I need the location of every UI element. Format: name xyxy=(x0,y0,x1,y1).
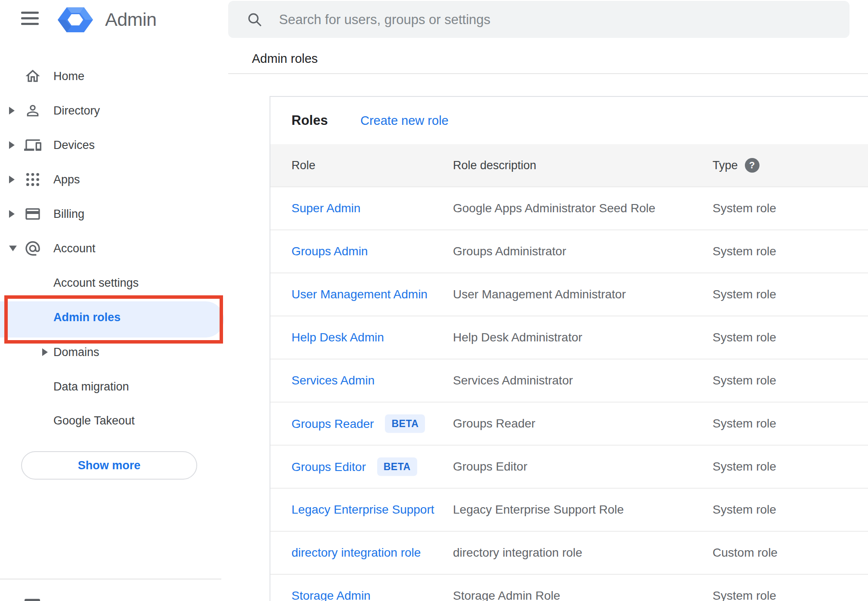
role-link[interactable]: Groups Admin xyxy=(291,245,368,258)
sidebar-item-label: Account xyxy=(53,242,96,255)
sidebar-item-domains[interactable]: Domains xyxy=(0,338,221,366)
sidebar-item-label: Directory xyxy=(53,104,100,118)
create-new-role-link[interactable]: Create new role xyxy=(360,114,449,128)
table-row: Groups Reader BETA Groups Reader System … xyxy=(270,402,868,445)
role-type: System role xyxy=(713,201,776,215)
role-type: System role xyxy=(713,288,776,301)
table-row: directory integration role directory int… xyxy=(270,531,868,574)
role-type: System role xyxy=(713,331,776,344)
search-icon xyxy=(246,11,263,29)
role-link[interactable]: directory integration role xyxy=(291,546,421,560)
sidebar-item-google-takeout[interactable]: Google Takeout xyxy=(0,407,221,434)
help-icon[interactable]: ? xyxy=(745,158,760,173)
role-description: Groups Reader xyxy=(453,417,535,431)
chevron-right-icon[interactable] xyxy=(9,141,15,149)
table-row: Legacy Enterprise Support Legacy Enterpr… xyxy=(270,488,868,531)
chevron-right-icon[interactable] xyxy=(9,107,15,115)
cutoff-bottom-icon xyxy=(25,599,40,601)
show-more-label: Show more xyxy=(78,459,141,472)
column-header-role: Role xyxy=(291,159,316,172)
sidebar-item-label: Data migration xyxy=(53,380,129,393)
role-description: Legacy Enterprise Support Role xyxy=(453,503,624,517)
role-type: System role xyxy=(713,245,776,258)
table-row: Services Admin Services Administrator Sy… xyxy=(270,359,868,402)
column-header-description: Role description xyxy=(453,159,536,172)
table-row: Super Admin Google Apps Administrator Se… xyxy=(270,186,868,229)
sidebar-item-data-migration[interactable]: Data migration xyxy=(0,373,221,400)
table-row: Help Desk Admin Help Desk Administrator … xyxy=(270,316,868,359)
credit-card-icon xyxy=(24,205,41,223)
sidebar-item-label: Account settings xyxy=(53,276,139,290)
sidebar-item-billing[interactable]: Billing xyxy=(0,200,221,228)
beta-badge: BETA xyxy=(377,458,417,476)
card-title-row: Roles Create new role xyxy=(270,97,868,144)
table-row: Storage Admin Storage Admin Role System … xyxy=(270,574,868,601)
search-bar[interactable] xyxy=(228,1,849,38)
role-type: System role xyxy=(713,460,776,474)
role-link[interactable]: Services Admin xyxy=(291,374,375,387)
role-description: User Management Administrator xyxy=(453,288,626,301)
role-link[interactable]: Groups Reader xyxy=(291,417,374,431)
sidebar-item-home[interactable]: Home xyxy=(0,62,221,90)
apps-grid-icon xyxy=(24,171,41,188)
chevron-right-icon[interactable] xyxy=(42,348,48,356)
beta-badge: BETA xyxy=(385,415,425,433)
column-header-type: Type ? xyxy=(713,158,760,173)
person-icon xyxy=(24,102,41,119)
sidebar: Admin Home Directory Devices xyxy=(0,0,224,601)
chevron-down-icon[interactable] xyxy=(9,246,17,251)
sidebar-item-directory[interactable]: Directory xyxy=(0,97,221,124)
column-header-type-label: Type xyxy=(713,159,738,172)
role-link[interactable]: Storage Admin xyxy=(291,589,371,601)
role-description: Groups Administrator xyxy=(453,245,566,258)
role-description: directory integration role xyxy=(453,546,582,560)
sidebar-item-label: Apps xyxy=(53,173,80,186)
sidebar-item-label: Admin roles xyxy=(53,311,121,324)
role-description: Help Desk Administrator xyxy=(453,331,582,344)
role-description: Groups Editor xyxy=(453,460,527,474)
role-link[interactable]: Groups Editor xyxy=(291,460,366,474)
sidebar-item-label: Home xyxy=(53,70,84,83)
role-description: Google Apps Administrator Seed Role xyxy=(453,201,655,215)
breadcrumb: Admin roles xyxy=(252,52,318,66)
show-more-button[interactable]: Show more xyxy=(21,451,197,480)
at-sign-icon xyxy=(24,240,41,257)
card-title: Roles xyxy=(291,113,328,128)
home-icon xyxy=(24,68,41,85)
chevron-right-icon[interactable] xyxy=(9,176,15,183)
role-type: System role xyxy=(713,503,776,517)
hamburger-menu-icon[interactable] xyxy=(21,12,39,25)
devices-icon xyxy=(24,136,41,154)
table-header-row: Role Role description Type ? xyxy=(270,144,868,186)
sidebar-item-label: Domains xyxy=(53,346,99,359)
sidebar-item-devices[interactable]: Devices xyxy=(0,131,221,159)
role-description: Services Administrator xyxy=(453,374,573,387)
role-link[interactable]: Legacy Enterprise Support xyxy=(291,503,434,517)
search-input[interactable] xyxy=(278,1,840,39)
sidebar-item-label: Billing xyxy=(53,208,84,221)
admin-logo-icon xyxy=(58,7,93,34)
role-link[interactable]: User Management Admin xyxy=(291,288,428,301)
table-row: User Management Admin User Management Ad… xyxy=(270,273,868,316)
sidebar-divider xyxy=(0,579,221,579)
chevron-right-icon[interactable] xyxy=(9,210,15,218)
header-divider xyxy=(228,73,868,74)
sidebar-item-apps[interactable]: Apps xyxy=(0,166,221,193)
role-type: System role xyxy=(713,589,776,601)
table-row: Groups Admin Groups Administrator System… xyxy=(270,229,868,273)
role-link[interactable]: Help Desk Admin xyxy=(291,331,384,344)
sidebar-item-label: Devices xyxy=(53,139,95,152)
roles-card: Roles Create new role Role Role descript… xyxy=(270,96,868,601)
app-title: Admin xyxy=(105,6,156,33)
role-link[interactable]: Super Admin xyxy=(291,201,360,215)
sidebar-item-account[interactable]: Account xyxy=(0,235,221,262)
table-row: Groups Editor BETA Groups Editor System … xyxy=(270,445,868,488)
role-description: Storage Admin Role xyxy=(453,589,560,601)
sidebar-item-account-settings[interactable]: Account settings xyxy=(0,269,221,297)
sidebar-item-admin-roles[interactable]: Admin roles xyxy=(0,304,221,331)
role-type: Custom role xyxy=(713,546,778,560)
admin-console-screen: Admin Home Directory Devices xyxy=(0,0,868,601)
role-type: System role xyxy=(713,374,776,387)
role-type: System role xyxy=(713,417,776,431)
sidebar-item-label: Google Takeout xyxy=(53,414,135,428)
